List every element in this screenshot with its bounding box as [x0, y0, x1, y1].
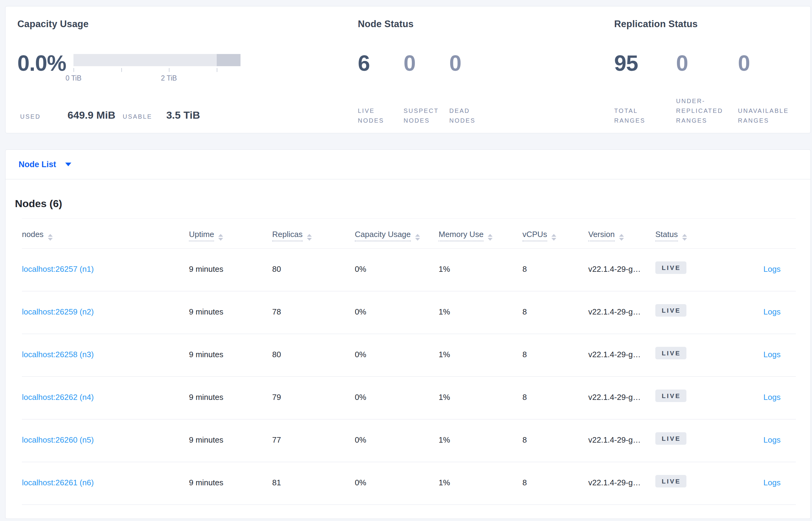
node-address-link[interactable]: localhost:26261 (n6): [22, 478, 94, 487]
memory-use-cell: 1%: [438, 307, 522, 317]
replicas-cell: 79: [272, 392, 355, 402]
stat-value: 0: [738, 52, 800, 74]
status-badge: LIVE: [655, 347, 687, 359]
capacity-bar-chart: 0 TiB2 TiB: [73, 54, 240, 86]
chevron-down-icon: [65, 163, 71, 166]
capacity-axis-tick: [121, 68, 122, 72]
vcpus-cell: 8: [522, 478, 588, 488]
logs-link[interactable]: Logs: [764, 307, 781, 316]
version-cell: v22.1.4-29-g…: [588, 435, 655, 445]
vcpus-cell: 8: [522, 307, 588, 317]
stat-label: UNDER-REPLICATED RANGES: [676, 96, 719, 126]
column-header-nodes[interactable]: nodes: [22, 230, 189, 241]
capacity-bar-axis: 0 TiB2 TiB: [73, 66, 240, 86]
replication-status-stats: 95 TOTAL RANGES 0 UNDER-REPLICATED RANGE…: [614, 52, 800, 126]
capacity-usage-cell: 0%: [355, 307, 438, 317]
column-header-version[interactable]: Version: [588, 230, 655, 241]
summary-stat: 6 LIVE NODES: [358, 52, 404, 126]
version-cell: v22.1.4-29-g…: [588, 478, 655, 488]
capacity-bar-reserved-segment: [217, 54, 240, 66]
logs-link[interactable]: Logs: [764, 478, 781, 487]
table-row: localhost:26259 (n2) 9 minutes 78 0% 1% …: [22, 291, 796, 334]
table-row: localhost:26260 (n5) 9 minutes 77 0% 1% …: [22, 420, 796, 462]
replicas-cell: 77: [272, 435, 355, 445]
vcpus-cell: 8: [522, 435, 588, 445]
sort-icon: [619, 234, 624, 241]
column-header-vcpus[interactable]: vCPUs: [522, 230, 588, 241]
column-header-status[interactable]: Status: [655, 230, 735, 241]
table-row: localhost:26262 (n4) 9 minutes 79 0% 1% …: [22, 377, 796, 420]
status-badge: LIVE: [655, 262, 687, 274]
vcpus-cell: 8: [522, 350, 588, 359]
logs-link[interactable]: Logs: [764, 350, 781, 359]
replicas-cell: 80: [272, 265, 355, 274]
view-selector-row: Node List: [5, 150, 810, 179]
column-header-capacity-usage[interactable]: Capacity Usage: [355, 230, 438, 241]
capacity-bar: [73, 54, 240, 66]
node-address-link[interactable]: localhost:26257 (n1): [22, 265, 94, 274]
uptime-cell: 9 minutes: [189, 392, 272, 402]
sort-icon: [415, 234, 420, 241]
stat-label: LIVE NODES: [358, 106, 401, 126]
column-header-uptime[interactable]: Uptime: [189, 230, 272, 241]
table-row: localhost:26261 (n6) 9 minutes 81 0% 1% …: [22, 462, 796, 505]
sort-icon: [48, 234, 53, 241]
stat-label: TOTAL RANGES: [614, 106, 657, 126]
capacity-usage-title: Capacity Usage: [17, 19, 89, 29]
logs-link[interactable]: Logs: [764, 435, 781, 445]
node-status-section: Node Status 6 LIVE NODES 0 SUSPECT NODES…: [358, 6, 602, 133]
stat-value: 0: [676, 52, 738, 74]
nodes-heading: Nodes (6): [15, 198, 810, 209]
uptime-cell: 9 minutes: [189, 478, 272, 488]
node-list-card: Node List Nodes (6) nodes Uptime Replica…: [5, 150, 811, 519]
stat-label: UNAVAILABLE RANGES: [738, 106, 781, 126]
uptime-cell: 9 minutes: [189, 435, 272, 445]
vcpus-cell: 8: [522, 265, 588, 274]
capacity-usage-cell: 0%: [355, 265, 438, 274]
node-address-link[interactable]: localhost:26258 (n3): [22, 350, 94, 359]
stat-label: DEAD NODES: [449, 106, 492, 126]
nodes-table-header: nodes Uptime Replicas Capacity Usage Mem…: [22, 219, 796, 249]
vcpus-cell: 8: [522, 392, 588, 402]
node-status-title: Node Status: [358, 19, 414, 29]
status-badge: LIVE: [655, 389, 687, 402]
replicas-cell: 81: [272, 478, 355, 488]
logs-link[interactable]: Logs: [764, 392, 781, 402]
node-address-link[interactable]: localhost:26259 (n2): [22, 307, 94, 316]
sort-icon: [218, 234, 223, 241]
capacity-summary: USED 649.9 MiB USABLE 3.5 TiB: [20, 109, 200, 121]
summary-stat: 0 UNAVAILABLE RANGES: [738, 52, 800, 126]
version-cell: v22.1.4-29-g…: [588, 392, 655, 402]
used-label: USED: [20, 112, 41, 121]
replicas-cell: 78: [272, 307, 355, 317]
capacity-axis-tick: [217, 68, 217, 72]
capacity-usage-cell: 0%: [355, 392, 438, 402]
stat-value: 95: [614, 52, 676, 74]
stat-value: 6: [358, 52, 404, 74]
summary-stat: 0 UNDER-REPLICATED RANGES: [676, 52, 738, 126]
node-status-stats: 6 LIVE NODES 0 SUSPECT NODES 0 DEAD NODE…: [358, 52, 495, 126]
memory-use-cell: 1%: [438, 435, 522, 445]
replicas-cell: 80: [272, 350, 355, 359]
column-header-replicas[interactable]: Replicas: [272, 230, 355, 241]
stat-value: 0: [404, 52, 449, 74]
uptime-cell: 9 minutes: [189, 265, 272, 274]
logs-link[interactable]: Logs: [764, 265, 781, 274]
nodes-table-body: localhost:26257 (n1) 9 minutes 80 0% 1% …: [22, 249, 796, 505]
capacity-usage-cell: 0%: [355, 350, 438, 359]
usable-label: USABLE: [122, 112, 152, 121]
capacity-axis-tick: [73, 68, 74, 72]
capacity-usage-cell: 0%: [355, 435, 438, 445]
node-address-link[interactable]: localhost:26260 (n5): [22, 435, 94, 445]
capacity-axis-tick: [169, 68, 169, 72]
node-address-link[interactable]: localhost:26262 (n4): [22, 392, 94, 402]
table-row: localhost:26257 (n1) 9 minutes 80 0% 1% …: [22, 249, 796, 291]
node-list-dropdown[interactable]: Node List: [19, 160, 71, 169]
used-value: 649.9 MiB: [68, 109, 116, 121]
status-badge: LIVE: [655, 475, 687, 488]
column-header-memory-use[interactable]: Memory Use: [438, 230, 522, 241]
cluster-summary-card: Capacity Usage 0.0% 0 TiB2 TiB USED 649.…: [5, 6, 811, 133]
sort-icon: [307, 234, 312, 241]
stat-value: 0: [449, 52, 495, 74]
capacity-axis-label: 2 TiB: [161, 74, 177, 82]
